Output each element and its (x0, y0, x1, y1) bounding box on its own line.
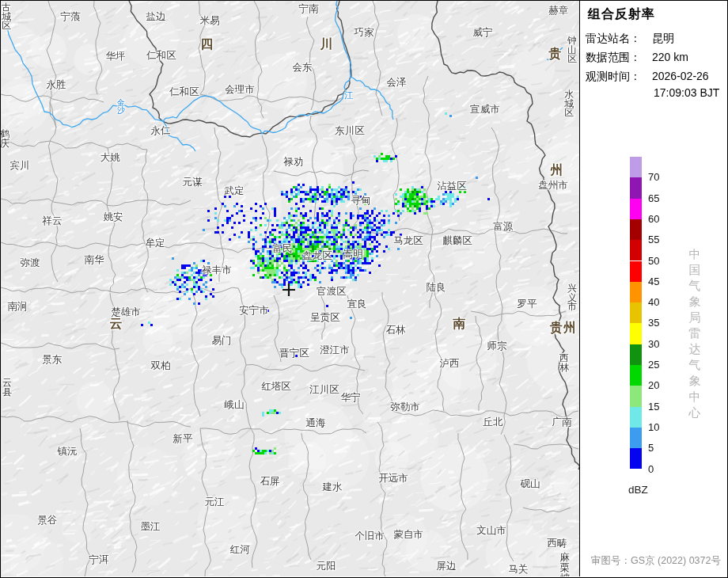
legend-tick-value: 15 (648, 401, 659, 413)
place-label: 牟定 (146, 237, 165, 250)
place-label: 丘北 (483, 416, 503, 429)
province-label: 川 (320, 36, 334, 53)
place-label: 大姚 (100, 151, 120, 165)
place-label: 富民 (273, 242, 293, 256)
place-label: 西畴 (548, 537, 567, 550)
legend-color-segment (630, 261, 642, 282)
place-label: 威宁 (473, 26, 493, 40)
legend-tick-value: 0 (648, 463, 654, 475)
place-label: 禄劝 (284, 155, 304, 169)
place-label: 嵩明 (343, 248, 363, 261)
place-label: 南华 (85, 253, 104, 267)
place-label: 石林 (386, 324, 406, 337)
legend-tick-value: 20 (648, 379, 659, 391)
radar-app-window: 宁蒗盐边米易宁南巧家赫章威宁华坪仁和区会东永胜会理市仁和区永仁东川区会泽宣威市宾… (0, 0, 728, 578)
place-label: 安宁市 (239, 304, 269, 318)
cma-watermark: 中 国 气 象 局 雷 达 气 象 中 心 (688, 246, 702, 420)
place-label: 宣威市 (470, 103, 500, 116)
place-label: 墨江 (141, 520, 161, 534)
legend-tick-value: 40 (648, 296, 659, 308)
river-label: 江 (345, 89, 354, 101)
place-label: 鹤 庆 (1, 130, 9, 148)
place-label: 麻栗 坡 (558, 553, 572, 577)
place-label: 砚山 (521, 477, 540, 491)
place-label: 宁蒗 (61, 10, 81, 24)
place-label: 澄江市 (320, 344, 350, 357)
radar-map[interactable]: 宁蒗盐边米易宁南巧家赫章威宁华坪仁和区会东永胜会理市仁和区永仁东川区会泽宣威市宾… (1, 1, 580, 576)
place-label: 官渡区 (317, 285, 347, 299)
place-label: 呈贡区 (310, 311, 340, 325)
legend-color-segment (630, 323, 642, 344)
info-panel: 组合反射率 雷达站名： 昆明 数据范围： 220 km 观测时间： 2026-0… (580, 1, 728, 576)
place-label: 红河 (230, 543, 250, 557)
legend-color-segment (630, 302, 642, 323)
place-label: 禄丰市 (202, 264, 232, 277)
place-label: 峨山 (225, 398, 245, 412)
legend-tick-value: 5 (648, 442, 654, 454)
place-label: 祥云 (43, 215, 63, 228)
place-label: 屏边 (437, 560, 457, 573)
legend-unit: dBZ (628, 484, 648, 496)
place-label: 广南 (552, 416, 572, 429)
place-label: 个旧市 (355, 530, 385, 543)
legend-color-segment (630, 344, 642, 365)
place-label: 弥勒市 (390, 401, 420, 414)
place-label: 华坪 (106, 50, 126, 63)
place-label: 新平 (173, 432, 193, 446)
place-label: 永仁 (151, 124, 171, 138)
place-label: 罗平 (518, 298, 537, 311)
place-label: 师宗 (487, 340, 507, 353)
place-label: 兴 义 市 (567, 284, 577, 312)
province-label: 四 (201, 36, 214, 53)
legend-tick-value: 25 (648, 359, 659, 371)
place-label: 双柏 (151, 359, 171, 373)
place-label: 晋宁区 (279, 347, 309, 360)
legend-tick-value: 70 (648, 171, 659, 183)
province-label: 南 (453, 316, 467, 333)
place-label: 盘龙区 (302, 249, 332, 263)
map-approval-number: 审图号：GS京 (2022) 0372号 (591, 554, 721, 568)
legend-color-segment (630, 199, 642, 219)
place-label: 景东 (43, 353, 63, 367)
place-label: 南涧 (8, 300, 28, 314)
legend-color-segment (630, 386, 642, 406)
legend-tick-value: 10 (648, 421, 659, 433)
product-title: 组合反射率 (588, 6, 655, 23)
place-label: 水 城 区 (564, 90, 574, 118)
range-label: 数据范围： (586, 51, 641, 65)
place-label: 富源 (494, 220, 514, 234)
legend-color-segment (630, 282, 642, 302)
place-label: 马龙区 (393, 234, 423, 248)
place-label: 建水 (323, 481, 343, 494)
legend-color-segment (630, 365, 642, 386)
place-label: 东川区 (335, 124, 365, 138)
place-label: 西 林 (559, 354, 569, 372)
map-label-layer: 宁蒗盐边米易宁南巧家赫章威宁华坪仁和区会东永胜会理市仁和区永仁东川区会泽宣威市宾… (1, 1, 579, 576)
place-label: 寻甸 (351, 194, 371, 207)
place-label: 巧家 (355, 26, 374, 40)
place-label: 石屏 (260, 475, 280, 489)
place-label: 马关 (509, 563, 529, 576)
place-label: 景谷 (38, 514, 58, 527)
station-label: 雷达站名： (586, 32, 641, 46)
legend-color-segment (630, 428, 642, 448)
place-label: 钟 山 区 (567, 36, 577, 64)
place-label: 盘州市 (538, 179, 568, 192)
place-label: 易门 (212, 334, 232, 348)
legend-tick-value: 30 (648, 338, 659, 350)
legend-color-segment (630, 157, 642, 177)
place-label: 宾川 (10, 159, 30, 173)
place-label: 开远市 (378, 472, 408, 485)
obstime-date: 2026-02-26 (652, 70, 709, 82)
legend-color-segment (630, 240, 642, 260)
legend-color-segment (630, 448, 642, 469)
place-label: 宁洱 (89, 553, 109, 567)
place-label: 仁和区 (169, 86, 199, 99)
range-value: 220 km (652, 51, 688, 63)
place-label: 云 县 (2, 378, 12, 397)
province-label: 州 (551, 162, 564, 179)
river-label: 金 沙 (117, 99, 125, 115)
legend-tick-value: 55 (648, 234, 659, 245)
place-label: 仁和区 (146, 49, 176, 63)
place-label: 姚安 (104, 211, 123, 224)
